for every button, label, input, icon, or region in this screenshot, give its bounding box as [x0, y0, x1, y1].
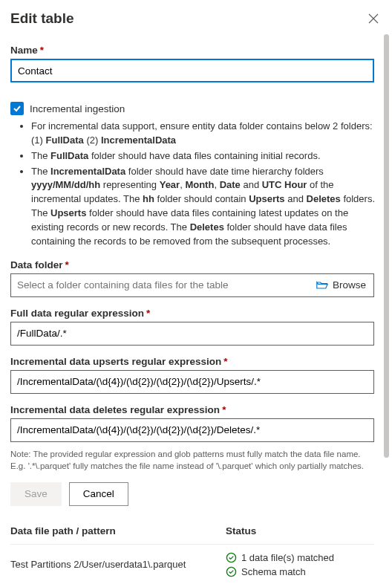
note-text: Note: The provided regular expression an…	[10, 448, 374, 472]
table-row: Test Partitions 2/User/userdata1\.parque…	[10, 545, 374, 585]
incremental-checkbox[interactable]	[10, 102, 24, 115]
info-item: For incremental data support, ensure ent…	[31, 120, 381, 148]
col-status: Status	[226, 525, 374, 536]
datafolder-label: Data folder*	[10, 259, 381, 270]
upregex-label: Incremental data upserts regular express…	[10, 356, 381, 367]
check-circle-icon	[226, 552, 237, 563]
datafolder-input[interactable]	[11, 279, 310, 291]
cancel-button[interactable]: Cancel	[69, 482, 128, 506]
panel-title: Edit table	[10, 10, 74, 27]
folder-open-icon	[316, 280, 328, 291]
col-path: Data file path / pattern	[10, 525, 226, 536]
fullregex-input[interactable]	[10, 322, 374, 346]
check-circle-icon	[226, 566, 237, 577]
delregex-input[interactable]	[10, 418, 374, 442]
save-button: Save	[10, 482, 62, 506]
info-item: The FullData folder should have data fil…	[31, 149, 381, 163]
info-list: For incremental data support, ensure ent…	[10, 120, 381, 249]
cell-path: Test Partitions 2/User/userdata1\.parque…	[10, 559, 226, 570]
status-matched: 1 data file(s) matched	[241, 552, 334, 563]
table-header: Data file path / pattern Status	[10, 519, 374, 545]
name-label: Name*	[10, 45, 381, 56]
incremental-label: Incremental ingestion	[30, 103, 125, 114]
scrollbar-thumb[interactable]	[384, 34, 389, 458]
fullregex-label: Full data regular expression*	[10, 308, 381, 319]
name-input[interactable]	[10, 59, 374, 82]
checkmark-icon	[13, 104, 22, 113]
info-item: The IncrementalData folder should have d…	[31, 165, 381, 249]
scrollbar[interactable]	[384, 34, 389, 584]
delregex-label: Incremental data deletes regular express…	[10, 404, 381, 415]
browse-button[interactable]: Browse	[310, 279, 373, 291]
status-schema: Schema match	[241, 566, 306, 577]
close-icon[interactable]	[368, 13, 379, 24]
upregex-input[interactable]	[10, 370, 374, 394]
